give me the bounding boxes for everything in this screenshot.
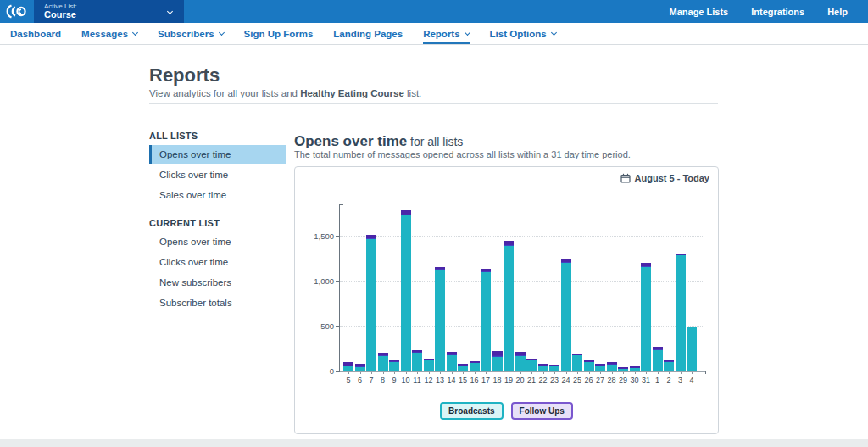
- y-axis-label: 500: [300, 321, 334, 331]
- chevron-down-icon: [132, 29, 138, 35]
- x-axis-cap: [705, 371, 706, 374]
- x-tick-14: [452, 372, 453, 374]
- logo-arcs: [6, 4, 28, 19]
- bar-broadcasts-day-27: [595, 365, 605, 371]
- bar-broadcasts-day-25: [572, 355, 582, 371]
- y-axis-label: 0: [300, 366, 334, 376]
- sidebar-item-current-clicks-over-time[interactable]: Clicks over time: [149, 253, 286, 271]
- footer-strip: [0, 439, 868, 447]
- page-title: Reports: [149, 64, 220, 87]
- y-tick-1500: [336, 236, 340, 237]
- bar-followups-day-27: [595, 364, 605, 366]
- sidebar-item-new-subscribers[interactable]: New subscribers: [149, 273, 286, 292]
- bar-broadcasts-day-7: [366, 239, 376, 371]
- x-tick-21: [531, 372, 532, 374]
- bar-followups-day-17: [481, 269, 491, 272]
- bar-broadcasts-day-31: [641, 267, 651, 371]
- bar-followups-day-7: [366, 235, 376, 239]
- x-tick-7: [371, 372, 372, 374]
- aweber-logo-icon[interactable]: [0, 0, 34, 23]
- x-tick-20: [520, 372, 521, 374]
- bar-broadcasts-day-11: [412, 353, 422, 371]
- page-subtitle: View analytics for all your lists and He…: [149, 88, 421, 98]
- bar-followups-day-30: [630, 366, 640, 368]
- bar-broadcasts-day-2: [664, 362, 674, 371]
- x-tick-28: [612, 372, 613, 374]
- sidebar-item-all-clicks-over-time[interactable]: Clicks over time: [149, 165, 286, 184]
- current-list-name: Healthy Eating Course: [300, 88, 404, 98]
- x-tick-2: [669, 372, 670, 374]
- x-tick-9: [394, 372, 395, 374]
- legend-broadcasts-button[interactable]: Broadcasts: [440, 402, 503, 420]
- y-axis: [339, 204, 340, 372]
- x-tick-8: [383, 372, 384, 374]
- x-tick-30: [635, 372, 636, 374]
- bar-followups-day-6: [355, 364, 365, 367]
- nav-dashboard[interactable]: Dashboard: [10, 23, 61, 44]
- bar-broadcasts-day-16: [470, 363, 480, 371]
- y-axis-cap: [339, 204, 343, 205]
- x-tick-6: [360, 372, 361, 374]
- chevron-down-icon: [219, 29, 225, 35]
- x-tick-23: [554, 372, 555, 374]
- bar-broadcasts-day-28: [607, 365, 617, 371]
- bar-broadcasts-day-24: [561, 263, 571, 371]
- x-tick-22: [543, 372, 544, 374]
- bar-broadcasts-day-13: [435, 270, 445, 371]
- nav-reports[interactable]: Reports: [423, 23, 469, 44]
- y-axis-label: 1,500: [300, 232, 334, 241]
- bar-followups-day-25: [572, 354, 582, 355]
- bar-followups-day-14: [447, 352, 457, 355]
- bar-followups-day-22: [538, 364, 548, 366]
- main-nav: Dashboard Messages Subscribers Sign Up F…: [0, 23, 868, 45]
- bar-broadcasts-day-23: [549, 366, 559, 371]
- bar-followups-day-21: [526, 359, 537, 361]
- bar-followups-day-9: [389, 360, 399, 362]
- x-axis-label: 4: [683, 376, 700, 384]
- y-tick-0: [336, 371, 340, 372]
- chevron-down-icon: [465, 29, 470, 35]
- x-tick-12: [429, 372, 430, 374]
- nav-landing-pages[interactable]: Landing Pages: [333, 23, 403, 44]
- opens-over-time-chart: 05001,0001,50056789101112131415161718192…: [295, 167, 718, 433]
- bar-broadcasts-day-9: [389, 362, 399, 371]
- sidebar-item-all-opens-over-time[interactable]: Opens over time: [149, 145, 286, 164]
- bar-followups-day-29: [618, 367, 628, 369]
- bar-broadcasts-day-20: [515, 356, 526, 371]
- nav-signup-forms[interactable]: Sign Up Forms: [244, 23, 314, 44]
- sidebar-item-current-opens-over-time[interactable]: Opens over time: [149, 232, 286, 251]
- y-tick-500: [336, 326, 340, 327]
- manage-lists-link[interactable]: Manage Lists: [670, 7, 729, 17]
- bar-followups-day-11: [412, 350, 422, 354]
- sidebar-heading-all-lists: ALL LISTS: [149, 127, 286, 145]
- x-tick-15: [463, 372, 464, 374]
- report-sidebar: ALL LISTS Opens over time Clicks over ti…: [149, 127, 286, 314]
- bar-followups-day-2: [664, 360, 674, 362]
- x-tick-1: [658, 372, 659, 374]
- x-tick-29: [623, 372, 624, 374]
- app-root: Active List: Course Manage Lists Integra…: [0, 0, 868, 447]
- report-description: The total number of messages opened acro…: [294, 149, 631, 159]
- sidebar-item-subscriber-totals[interactable]: Subscriber totals: [149, 293, 286, 312]
- bar-followups-day-20: [515, 352, 526, 356]
- bar-broadcasts-day-6: [355, 367, 365, 371]
- help-link[interactable]: Help: [827, 7, 848, 17]
- bar-followups-day-10: [401, 210, 411, 215]
- integrations-link[interactable]: Integrations: [751, 7, 804, 17]
- active-list-dropdown[interactable]: Active List: Course: [34, 0, 184, 23]
- x-tick-17: [486, 372, 487, 374]
- legend-followups-button[interactable]: Follow Ups: [511, 402, 573, 420]
- active-list-value: Course: [44, 10, 77, 20]
- nav-subscribers[interactable]: Subscribers: [158, 23, 223, 44]
- bar-broadcasts-day-21: [526, 360, 537, 371]
- chart-panel: August 5 - Today 05001,0001,500567891011…: [294, 166, 719, 434]
- sidebar-item-all-sales-over-time[interactable]: Sales over time: [149, 186, 286, 204]
- divider: [149, 103, 718, 104]
- nav-list-options[interactable]: List Options: [490, 23, 556, 44]
- y-tick-1000: [336, 281, 340, 282]
- bar-followups-day-13: [435, 267, 445, 270]
- bar-broadcasts-day-8: [378, 356, 388, 371]
- bar-broadcasts-day-30: [630, 368, 640, 371]
- nav-messages[interactable]: Messages: [81, 23, 137, 44]
- bar-broadcasts-day-5: [343, 366, 353, 371]
